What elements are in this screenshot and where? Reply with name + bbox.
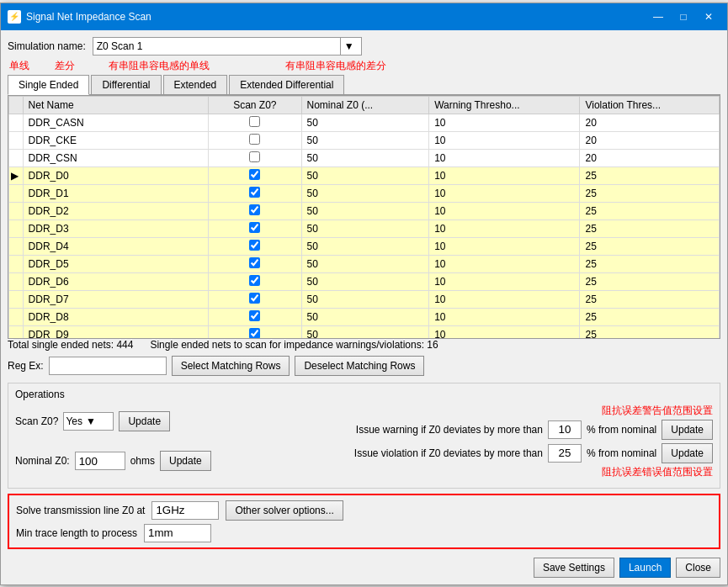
close-button[interactable]: Close — [676, 558, 720, 578]
min-trace-input[interactable] — [144, 524, 211, 542]
operations-group: Operations Scan Z0? Yes ▼ Update 阻抗误差警告值… — [8, 383, 720, 489]
scan-checkbox[interactable] — [249, 187, 260, 198]
cell-violation: 20 — [580, 114, 720, 131]
solve-label: Solve transmission line Z0 at — [16, 505, 145, 516]
table-row: DDR_CASN501020 — [9, 114, 720, 131]
regex-label: Reg Ex: — [8, 360, 44, 372]
cell-net-name: DDR_CSN — [23, 149, 209, 167]
cell-warning: 10 — [429, 255, 580, 272]
scan-checkbox[interactable] — [249, 204, 260, 215]
scan-checkbox[interactable] — [249, 257, 260, 268]
cell-warning: 10 — [429, 202, 580, 219]
cell-violation: 20 — [580, 149, 720, 167]
annotation-row: 单线 差分 有串阻串容电感的单线 有串阻串容电感的差分 — [8, 59, 720, 73]
solver-row: Solve transmission line Z0 at Other solv… — [16, 500, 712, 521]
simulation-name-label: Simulation name: — [8, 40, 86, 52]
cell-scan — [209, 149, 301, 167]
cell-nominal: 50 — [301, 184, 429, 202]
annotation-single: 单线 — [9, 59, 29, 73]
col-header-net[interactable]: Net Name — [23, 96, 209, 114]
maximize-button[interactable]: □ — [672, 8, 695, 25]
tab-single-ended[interactable]: Single Ended — [8, 75, 89, 95]
regex-row: Reg Ex: Select Matching Rows Deselect Ma… — [8, 356, 720, 376]
row-indicator — [9, 325, 24, 339]
row-indicator — [9, 131, 24, 149]
cell-nominal: 50 — [301, 202, 429, 219]
row-indicator — [9, 237, 24, 255]
cell-net-name: DDR_D7 — [23, 290, 209, 308]
table-row: ▶DDR_D0501025 — [9, 167, 720, 184]
cell-net-name: DDR_CASN — [23, 114, 209, 131]
scan-checkbox[interactable] — [249, 169, 260, 180]
cell-net-name: DDR_D6 — [23, 272, 209, 290]
cell-nominal: 50 — [301, 237, 429, 255]
cell-violation: 25 — [580, 184, 720, 202]
tab-extended[interactable]: Extended — [163, 75, 228, 94]
scan-checkbox[interactable] — [249, 116, 260, 127]
violation-input[interactable] — [548, 444, 582, 463]
col-header-violation[interactable]: Violation Thres... — [580, 96, 720, 114]
tab-extended-differential[interactable]: Extended Differential — [229, 75, 344, 94]
scan-select[interactable]: Yes ▼ — [63, 412, 114, 431]
violation-annotation: 阻抗误差错误值范围设置 — [602, 465, 713, 479]
scan-checkbox[interactable] — [249, 310, 260, 321]
nominal-input[interactable] — [75, 452, 125, 470]
scan-checkbox[interactable] — [249, 328, 260, 339]
scan-checkbox[interactable] — [249, 293, 260, 304]
cell-warning: 10 — [429, 149, 580, 167]
row-indicator — [9, 114, 24, 131]
cell-scan — [209, 325, 301, 339]
col-header-warning[interactable]: Warning Thresho... — [429, 96, 580, 114]
scan-checkbox[interactable] — [249, 222, 260, 233]
cell-scan — [209, 167, 301, 184]
scan-checkbox[interactable] — [249, 151, 260, 162]
cell-nominal: 50 — [301, 290, 429, 308]
footer-row: Save Settings Launch Close — [8, 554, 720, 578]
tab-bar: Single Ended Differential Extended Exten… — [8, 75, 720, 95]
table-row: DDR_D6501025 — [9, 272, 720, 290]
other-solver-options-button[interactable]: Other solver options... — [226, 500, 343, 521]
regex-input[interactable] — [49, 357, 167, 375]
scan-field: Scan Z0? Yes ▼ Update — [15, 411, 170, 431]
cell-violation: 25 — [580, 167, 720, 184]
save-settings-button[interactable]: Save Settings — [534, 558, 614, 578]
row-indicator — [9, 255, 24, 272]
col-header-nominal[interactable]: Nominal Z0 (... — [301, 96, 429, 114]
row-indicator — [9, 219, 24, 237]
cell-scan — [209, 237, 301, 255]
table-header-row: Net Name Scan Z0? Nominal Z0 (... Warnin… — [9, 96, 720, 114]
scan-arrow-icon: ▼ — [86, 415, 96, 427]
deselect-matching-button[interactable]: Deselect Matching Rows — [295, 356, 424, 376]
main-window: ⚡ Signal Net Impedance Scan — □ ✕ Simula… — [0, 3, 728, 585]
tab-differential[interactable]: Differential — [91, 75, 161, 94]
scan-checkbox[interactable] — [249, 240, 260, 251]
cell-warning: 10 — [429, 131, 580, 149]
col-header-scan[interactable]: Scan Z0? — [209, 96, 301, 114]
simulation-name-combo[interactable]: Z0 Scan 1 ▼ — [93, 37, 362, 56]
close-window-button[interactable]: ✕ — [697, 8, 720, 25]
scan-checkbox[interactable] — [249, 134, 260, 145]
cell-warning: 10 — [429, 308, 580, 325]
row-indicator: ▶ — [9, 167, 24, 184]
simulation-name-row: Simulation name: Z0 Scan 1 ▼ — [8, 37, 720, 56]
min-trace-row: Min trace length to process — [16, 524, 712, 542]
cell-nominal: 50 — [301, 219, 429, 237]
solver-box: Solve transmission line Z0 at Other solv… — [8, 494, 720, 549]
cell-violation: 25 — [580, 308, 720, 325]
warning-input[interactable] — [548, 420, 582, 439]
scan-update-button[interactable]: Update — [119, 411, 170, 431]
cell-scan — [209, 131, 301, 149]
launch-button[interactable]: Launch — [619, 558, 671, 578]
solve-frequency-input[interactable] — [151, 501, 219, 520]
cell-violation: 25 — [580, 255, 720, 272]
table-row: DDR_D1501025 — [9, 184, 720, 202]
violation-update-button[interactable]: Update — [662, 443, 713, 463]
select-matching-button[interactable]: Select Matching Rows — [172, 356, 290, 376]
warning-update-button[interactable]: Update — [662, 420, 713, 440]
total-nets-stat: Total single ended nets: 444 — [8, 339, 133, 351]
minimize-button[interactable]: — — [646, 8, 670, 25]
nominal-update-button[interactable]: Update — [160, 451, 211, 471]
cell-violation: 25 — [580, 202, 720, 219]
window-title: Signal Net Impedance Scan — [26, 11, 151, 23]
scan-checkbox[interactable] — [249, 275, 260, 286]
